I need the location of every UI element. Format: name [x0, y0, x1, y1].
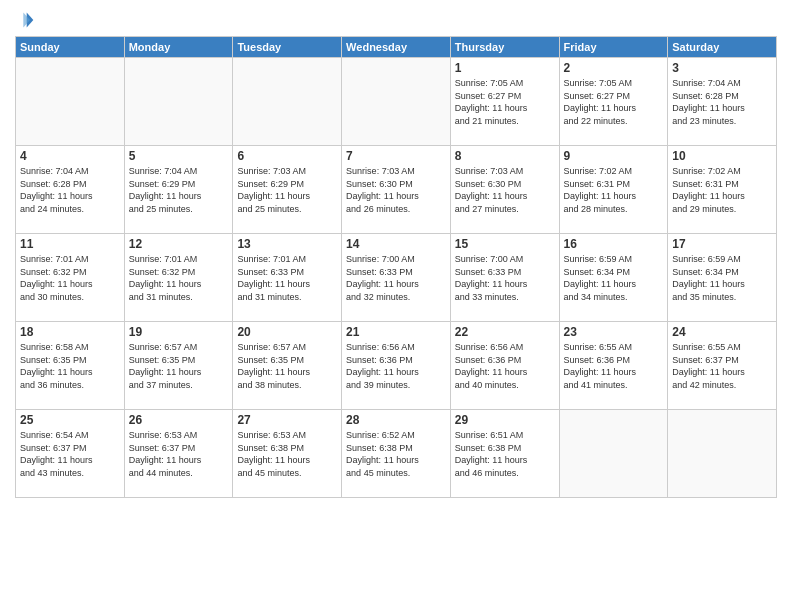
calendar-week-4: 25Sunrise: 6:54 AMSunset: 6:37 PMDayligh…: [16, 410, 777, 498]
calendar-cell: 9Sunrise: 7:02 AMSunset: 6:31 PMDaylight…: [559, 146, 668, 234]
day-info: Sunrise: 6:58 AMSunset: 6:35 PMDaylight:…: [20, 341, 120, 391]
day-info: Sunrise: 6:57 AMSunset: 6:35 PMDaylight:…: [237, 341, 337, 391]
calendar-cell: 1Sunrise: 7:05 AMSunset: 6:27 PMDaylight…: [450, 58, 559, 146]
day-number: 14: [346, 237, 446, 251]
day-number: 25: [20, 413, 120, 427]
day-info: Sunrise: 6:53 AMSunset: 6:38 PMDaylight:…: [237, 429, 337, 479]
day-info: Sunrise: 7:04 AMSunset: 6:28 PMDaylight:…: [20, 165, 120, 215]
day-number: 10: [672, 149, 772, 163]
day-info: Sunrise: 7:04 AMSunset: 6:28 PMDaylight:…: [672, 77, 772, 127]
calendar-cell: 22Sunrise: 6:56 AMSunset: 6:36 PMDayligh…: [450, 322, 559, 410]
calendar-cell: 7Sunrise: 7:03 AMSunset: 6:30 PMDaylight…: [342, 146, 451, 234]
day-info: Sunrise: 7:01 AMSunset: 6:33 PMDaylight:…: [237, 253, 337, 303]
day-info: Sunrise: 7:01 AMSunset: 6:32 PMDaylight:…: [129, 253, 229, 303]
calendar-cell: 11Sunrise: 7:01 AMSunset: 6:32 PMDayligh…: [16, 234, 125, 322]
day-info: Sunrise: 7:01 AMSunset: 6:32 PMDaylight:…: [20, 253, 120, 303]
day-info: Sunrise: 7:03 AMSunset: 6:30 PMDaylight:…: [455, 165, 555, 215]
calendar-cell: 12Sunrise: 7:01 AMSunset: 6:32 PMDayligh…: [124, 234, 233, 322]
day-number: 27: [237, 413, 337, 427]
weekday-header-row: SundayMondayTuesdayWednesdayThursdayFrid…: [16, 37, 777, 58]
day-info: Sunrise: 7:00 AMSunset: 6:33 PMDaylight:…: [455, 253, 555, 303]
calendar-cell: 14Sunrise: 7:00 AMSunset: 6:33 PMDayligh…: [342, 234, 451, 322]
day-info: Sunrise: 6:59 AMSunset: 6:34 PMDaylight:…: [564, 253, 664, 303]
day-number: 3: [672, 61, 772, 75]
calendar-cell: 5Sunrise: 7:04 AMSunset: 6:29 PMDaylight…: [124, 146, 233, 234]
day-info: Sunrise: 7:05 AMSunset: 6:27 PMDaylight:…: [564, 77, 664, 127]
calendar-cell: 4Sunrise: 7:04 AMSunset: 6:28 PMDaylight…: [16, 146, 125, 234]
day-number: 12: [129, 237, 229, 251]
page: SundayMondayTuesdayWednesdayThursdayFrid…: [0, 0, 792, 612]
day-number: 13: [237, 237, 337, 251]
day-info: Sunrise: 6:56 AMSunset: 6:36 PMDaylight:…: [346, 341, 446, 391]
day-info: Sunrise: 7:02 AMSunset: 6:31 PMDaylight:…: [672, 165, 772, 215]
logo-icon: [15, 10, 35, 30]
weekday-header-wednesday: Wednesday: [342, 37, 451, 58]
calendar-cell: 16Sunrise: 6:59 AMSunset: 6:34 PMDayligh…: [559, 234, 668, 322]
weekday-header-friday: Friday: [559, 37, 668, 58]
calendar-cell: 28Sunrise: 6:52 AMSunset: 6:38 PMDayligh…: [342, 410, 451, 498]
day-number: 16: [564, 237, 664, 251]
calendar-cell: [559, 410, 668, 498]
calendar-cell: 23Sunrise: 6:55 AMSunset: 6:36 PMDayligh…: [559, 322, 668, 410]
calendar-week-0: 1Sunrise: 7:05 AMSunset: 6:27 PMDaylight…: [16, 58, 777, 146]
day-info: Sunrise: 6:54 AMSunset: 6:37 PMDaylight:…: [20, 429, 120, 479]
calendar-cell: [342, 58, 451, 146]
calendar-cell: 25Sunrise: 6:54 AMSunset: 6:37 PMDayligh…: [16, 410, 125, 498]
day-info: Sunrise: 7:02 AMSunset: 6:31 PMDaylight:…: [564, 165, 664, 215]
calendar-cell: 29Sunrise: 6:51 AMSunset: 6:38 PMDayligh…: [450, 410, 559, 498]
day-number: 19: [129, 325, 229, 339]
calendar-cell: 6Sunrise: 7:03 AMSunset: 6:29 PMDaylight…: [233, 146, 342, 234]
day-number: 15: [455, 237, 555, 251]
day-number: 24: [672, 325, 772, 339]
calendar-cell: 2Sunrise: 7:05 AMSunset: 6:27 PMDaylight…: [559, 58, 668, 146]
calendar-cell: 10Sunrise: 7:02 AMSunset: 6:31 PMDayligh…: [668, 146, 777, 234]
calendar-week-2: 11Sunrise: 7:01 AMSunset: 6:32 PMDayligh…: [16, 234, 777, 322]
day-info: Sunrise: 7:05 AMSunset: 6:27 PMDaylight:…: [455, 77, 555, 127]
calendar-cell: 17Sunrise: 6:59 AMSunset: 6:34 PMDayligh…: [668, 234, 777, 322]
calendar-cell: 19Sunrise: 6:57 AMSunset: 6:35 PMDayligh…: [124, 322, 233, 410]
weekday-header-sunday: Sunday: [16, 37, 125, 58]
weekday-header-tuesday: Tuesday: [233, 37, 342, 58]
day-number: 21: [346, 325, 446, 339]
day-number: 28: [346, 413, 446, 427]
calendar-cell: [233, 58, 342, 146]
day-number: 11: [20, 237, 120, 251]
day-info: Sunrise: 6:53 AMSunset: 6:37 PMDaylight:…: [129, 429, 229, 479]
calendar-cell: 18Sunrise: 6:58 AMSunset: 6:35 PMDayligh…: [16, 322, 125, 410]
day-number: 6: [237, 149, 337, 163]
day-number: 4: [20, 149, 120, 163]
calendar-cell: [16, 58, 125, 146]
day-info: Sunrise: 6:56 AMSunset: 6:36 PMDaylight:…: [455, 341, 555, 391]
day-number: 8: [455, 149, 555, 163]
weekday-header-monday: Monday: [124, 37, 233, 58]
day-number: 1: [455, 61, 555, 75]
calendar-cell: 24Sunrise: 6:55 AMSunset: 6:37 PMDayligh…: [668, 322, 777, 410]
day-info: Sunrise: 6:55 AMSunset: 6:36 PMDaylight:…: [564, 341, 664, 391]
calendar-cell: [668, 410, 777, 498]
calendar-cell: 15Sunrise: 7:00 AMSunset: 6:33 PMDayligh…: [450, 234, 559, 322]
day-number: 2: [564, 61, 664, 75]
day-info: Sunrise: 7:03 AMSunset: 6:29 PMDaylight:…: [237, 165, 337, 215]
calendar-cell: 8Sunrise: 7:03 AMSunset: 6:30 PMDaylight…: [450, 146, 559, 234]
day-info: Sunrise: 6:59 AMSunset: 6:34 PMDaylight:…: [672, 253, 772, 303]
day-info: Sunrise: 6:51 AMSunset: 6:38 PMDaylight:…: [455, 429, 555, 479]
header: [15, 10, 777, 30]
calendar-week-3: 18Sunrise: 6:58 AMSunset: 6:35 PMDayligh…: [16, 322, 777, 410]
day-number: 18: [20, 325, 120, 339]
day-number: 17: [672, 237, 772, 251]
calendar-cell: 20Sunrise: 6:57 AMSunset: 6:35 PMDayligh…: [233, 322, 342, 410]
calendar-cell: 3Sunrise: 7:04 AMSunset: 6:28 PMDaylight…: [668, 58, 777, 146]
day-info: Sunrise: 6:52 AMSunset: 6:38 PMDaylight:…: [346, 429, 446, 479]
calendar-week-1: 4Sunrise: 7:04 AMSunset: 6:28 PMDaylight…: [16, 146, 777, 234]
calendar-table: SundayMondayTuesdayWednesdayThursdayFrid…: [15, 36, 777, 498]
day-number: 26: [129, 413, 229, 427]
day-info: Sunrise: 7:03 AMSunset: 6:30 PMDaylight:…: [346, 165, 446, 215]
calendar-cell: 26Sunrise: 6:53 AMSunset: 6:37 PMDayligh…: [124, 410, 233, 498]
calendar-cell: 13Sunrise: 7:01 AMSunset: 6:33 PMDayligh…: [233, 234, 342, 322]
weekday-header-thursday: Thursday: [450, 37, 559, 58]
day-number: 7: [346, 149, 446, 163]
day-number: 29: [455, 413, 555, 427]
day-info: Sunrise: 7:00 AMSunset: 6:33 PMDaylight:…: [346, 253, 446, 303]
svg-marker-1: [23, 13, 30, 28]
day-number: 23: [564, 325, 664, 339]
